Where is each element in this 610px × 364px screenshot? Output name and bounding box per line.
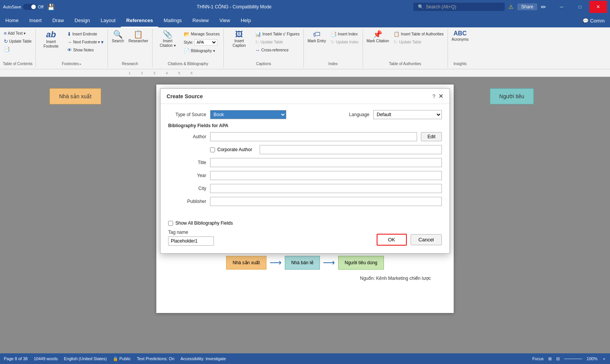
autosave-state: Off bbox=[38, 5, 43, 9]
zoom-in[interactable]: ＋ bbox=[602, 356, 606, 362]
author-input[interactable] bbox=[210, 132, 417, 141]
corporate-checkbox-row: Corporate Author bbox=[210, 147, 252, 152]
manage-sources-icon: 📂 bbox=[184, 31, 190, 37]
ok-button[interactable]: OK bbox=[377, 234, 407, 246]
insert-footnote-label: Insert Footnote bbox=[40, 40, 63, 49]
edit-button[interactable]: Edit bbox=[421, 132, 442, 141]
layout-icon1[interactable]: ⊞ bbox=[548, 356, 552, 361]
city-input[interactable] bbox=[210, 184, 442, 193]
diagram-box-nguoi-tieu-dung: Người tiêu dùng bbox=[338, 256, 384, 270]
research-buttons: 🔍 Search 📋 Researcher bbox=[110, 30, 149, 62]
author-row: Author Edit bbox=[168, 132, 442, 141]
text-predictions: Text Predictions: On bbox=[137, 356, 174, 361]
author-label: Author bbox=[168, 134, 206, 139]
toc-dropdown-button[interactable]: 📑 bbox=[2, 46, 33, 53]
show-all-checkbox[interactable] bbox=[168, 221, 173, 226]
arrow1: ⟶ bbox=[270, 258, 282, 268]
authorities-group-label: Table of Authorities bbox=[389, 62, 421, 67]
maximize-button[interactable]: □ bbox=[571, 1, 589, 13]
menu-layout[interactable]: Layout bbox=[95, 14, 121, 27]
style-dropdown[interactable]: APA MLA Chicago bbox=[194, 39, 217, 46]
search-box[interactable]: 🔍 Search (Alt+Q) bbox=[413, 3, 505, 11]
dialog-close-button[interactable]: ✕ bbox=[438, 93, 443, 100]
menu-help[interactable]: Help bbox=[235, 14, 256, 27]
box2-label: Nhà bán lẻ bbox=[291, 260, 313, 265]
year-input[interactable] bbox=[210, 171, 442, 180]
add-text-button[interactable]: ≡ Add Text ▾ bbox=[2, 30, 33, 37]
corporate-author-row: Corporate Author bbox=[210, 145, 442, 154]
publisher-input[interactable] bbox=[210, 197, 442, 206]
mark-entry-button[interactable]: 🏷 Mark Entry bbox=[306, 30, 327, 44]
float-box-nguoi-tieu: Người tiêu bbox=[490, 88, 534, 104]
minimize-button[interactable]: ─ bbox=[553, 1, 570, 13]
insert-endnote-button[interactable]: ⬇ Insert Endnote bbox=[66, 30, 106, 38]
insert-index-label: Insert Index bbox=[338, 32, 358, 36]
footnotes-expand-icon[interactable]: ▸ bbox=[80, 62, 82, 66]
type-source-select[interactable]: Book Book Section Journal Article bbox=[210, 110, 286, 119]
researcher-button[interactable]: 📋 Researcher bbox=[127, 30, 150, 44]
corporate-author-input[interactable] bbox=[260, 145, 442, 154]
insert-caption-button[interactable]: 🖼 Insert Caption bbox=[226, 30, 252, 49]
insert-footnote-button[interactable]: ab Insert Footnote bbox=[38, 30, 64, 49]
title-input[interactable] bbox=[210, 158, 442, 167]
footnotes-buttons: ab Insert Footnote ⬇ Insert Endnote → Ne… bbox=[38, 30, 106, 62]
float-box-nha-san-xuat: Nhà sản xuất bbox=[50, 88, 101, 104]
captions-group-label: Captions bbox=[256, 62, 271, 67]
corporate-author-checkbox[interactable] bbox=[210, 147, 215, 152]
next-footnote-dropdown[interactable]: ▾ bbox=[101, 39, 104, 45]
update-table-auth-button[interactable]: ↻ Update Table bbox=[392, 38, 445, 46]
update-table-icon: ↻ bbox=[4, 38, 8, 44]
show-notes-button[interactable]: 👁 Show Notes bbox=[66, 46, 106, 54]
save-icon[interactable]: 💾 bbox=[47, 3, 55, 11]
ribbon-group-citations: 📎 Insert Citation ▾ 📂 Manage Sources Sty… bbox=[152, 29, 224, 67]
table-auth-icon: 📋 bbox=[393, 31, 400, 37]
update-index-button[interactable]: ↻ Update Index bbox=[329, 38, 360, 46]
insert-index-button[interactable]: 📑 Insert Index bbox=[329, 30, 360, 38]
ruler-marks: 1 2 3 4 5 6 bbox=[126, 71, 193, 75]
style-selector[interactable]: Style: APA MLA Chicago bbox=[182, 38, 222, 46]
comm-button[interactable]: 💬 Comm bbox=[577, 18, 610, 24]
search-icon: 🔍 bbox=[418, 4, 424, 10]
update-table-auth-label: Update Table bbox=[399, 40, 421, 44]
menu-view[interactable]: View bbox=[214, 14, 235, 27]
insert-table-auth-button[interactable]: 📋 Insert Table of Authorities bbox=[392, 30, 445, 38]
show-notes-label: Show Notes bbox=[73, 48, 94, 52]
dialog-help-button[interactable]: ? bbox=[432, 93, 435, 99]
autosave-toggle[interactable] bbox=[23, 4, 37, 10]
citations-group-label: Citations & Bibliography bbox=[168, 62, 208, 67]
type-source-label: Type of Source bbox=[168, 112, 206, 117]
cross-reference-button[interactable]: ↔ Cross-reference bbox=[254, 46, 301, 54]
search-button[interactable]: 🔍 Search bbox=[110, 30, 125, 44]
close-button[interactable]: ✕ bbox=[589, 1, 607, 13]
research-group-label: Research bbox=[122, 62, 138, 67]
update-table-cap-button[interactable]: ↻ Update Table bbox=[254, 38, 301, 46]
zoom-slider[interactable]: ────── bbox=[564, 356, 582, 361]
acronyms-button[interactable]: ABC Acronyms bbox=[450, 30, 470, 43]
ribbon-group-footnotes: ab Insert Footnote ⬇ Insert Endnote → Ne… bbox=[36, 29, 108, 67]
toc-icon: 📑 bbox=[4, 46, 10, 52]
year-row: Year bbox=[168, 171, 442, 180]
manage-sources-button[interactable]: 📂 Manage Sources bbox=[182, 30, 222, 38]
menu-draw[interactable]: Draw bbox=[47, 14, 69, 27]
update-table-button[interactable]: ↻ Update Table bbox=[2, 38, 33, 45]
menu-references[interactable]: References bbox=[121, 14, 158, 27]
cancel-button[interactable]: Cancel bbox=[411, 234, 442, 245]
insert-table-figures-button[interactable]: 📊 Insert Table c' Figures bbox=[254, 30, 301, 38]
insert-caption-label: Insert Caption bbox=[228, 39, 250, 48]
edit-pen-icon[interactable]: ✏ bbox=[541, 3, 546, 11]
next-footnote-label: Next Footnote ▾ bbox=[73, 40, 100, 44]
citations-buttons: 📎 Insert Citation ▾ 📂 Manage Sources Sty… bbox=[155, 30, 222, 62]
language-select[interactable]: Default English Vietnamese bbox=[373, 110, 442, 119]
menu-design[interactable]: Design bbox=[69, 14, 95, 27]
menu-insert[interactable]: Insert bbox=[24, 14, 47, 27]
menu-mailings[interactable]: Mailings bbox=[158, 14, 187, 27]
insert-citation-button[interactable]: 📎 Insert Citation ▾ bbox=[155, 30, 181, 49]
tag-name-input[interactable] bbox=[168, 236, 214, 246]
bibliography-button[interactable]: 📄 Bibliography ▾ bbox=[182, 47, 222, 54]
next-footnote-button[interactable]: → Next Footnote ▾ ▾ bbox=[66, 38, 106, 46]
menu-review[interactable]: Review bbox=[187, 14, 214, 27]
share-button[interactable]: Share bbox=[517, 3, 537, 10]
layout-icon2[interactable]: ⊟ bbox=[556, 356, 560, 361]
menu-home[interactable]: Home bbox=[0, 14, 24, 27]
mark-citation-button[interactable]: 📌 Mark Citation bbox=[365, 30, 391, 44]
